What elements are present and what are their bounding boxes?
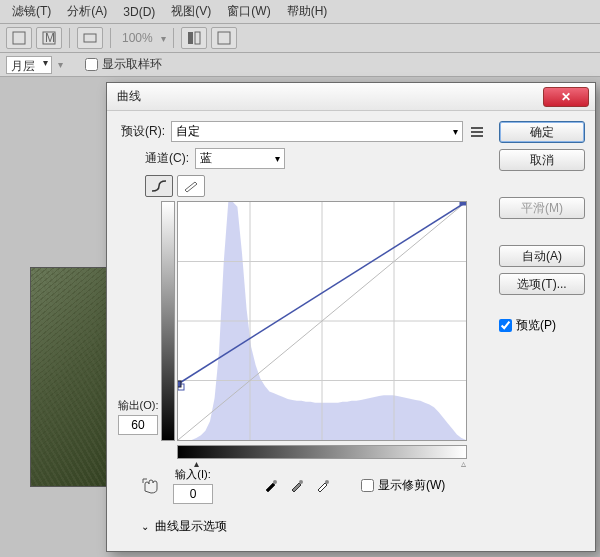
svg-rect-0 bbox=[13, 32, 25, 44]
smooth-button: 平滑(M) bbox=[499, 197, 585, 219]
cancel-button[interactable]: 取消 bbox=[499, 149, 585, 171]
white-point-eyedropper-icon[interactable] bbox=[315, 477, 333, 495]
svg-rect-6 bbox=[218, 32, 230, 44]
view-extras-icon[interactable] bbox=[77, 27, 103, 49]
preview-checkbox[interactable]: 预览(P) bbox=[499, 317, 585, 334]
input-label: 输入(I): bbox=[175, 467, 210, 482]
show-clipping-label: 显示修剪(W) bbox=[378, 477, 445, 494]
gray-point-eyedropper-icon[interactable] bbox=[289, 477, 307, 495]
output-gradient bbox=[161, 201, 175, 441]
point-curve-tool[interactable] bbox=[145, 175, 173, 197]
curves-dialog: 曲线 ✕ 预设(R): 自定▾ 通道(C): 蓝▾ bbox=[106, 82, 596, 552]
preset-dropdown[interactable]: 自定▾ bbox=[171, 121, 463, 142]
menu-help[interactable]: 帮助(H) bbox=[279, 3, 336, 20]
curves-graph[interactable] bbox=[177, 201, 467, 441]
options-bar: 月层 ▾ 显示取样环 bbox=[0, 53, 600, 77]
preview-label: 预览(P) bbox=[516, 317, 556, 334]
input-input[interactable] bbox=[173, 484, 213, 504]
black-point-eyedropper-icon[interactable] bbox=[263, 477, 281, 495]
channel-dropdown[interactable]: 蓝▾ bbox=[195, 148, 285, 169]
ok-button[interactable]: 确定 bbox=[499, 121, 585, 143]
curve-line[interactable] bbox=[178, 202, 466, 440]
preset-menu-icon[interactable] bbox=[469, 124, 485, 140]
launch-bridge-icon[interactable] bbox=[6, 27, 32, 49]
dialog-titlebar[interactable]: 曲线 ✕ bbox=[107, 83, 595, 111]
show-sampling-ring-checkbox[interactable]: 显示取样环 bbox=[85, 56, 162, 73]
pencil-curve-tool[interactable] bbox=[177, 175, 205, 197]
output-input[interactable] bbox=[118, 415, 158, 435]
options-button[interactable]: 选项(T)... bbox=[499, 273, 585, 295]
menu-analyze[interactable]: 分析(A) bbox=[59, 3, 115, 20]
menu-bar: 滤镜(T) 分析(A) 3D(D) 视图(V) 窗口(W) 帮助(H) bbox=[0, 0, 600, 24]
menu-3d[interactable]: 3D(D) bbox=[115, 5, 163, 19]
app-toolbar: Mb 100% ▾ bbox=[0, 24, 600, 53]
show-sampling-ring-label: 显示取样环 bbox=[102, 56, 162, 73]
channel-label: 通道(C): bbox=[145, 150, 189, 167]
svg-rect-4 bbox=[188, 32, 193, 44]
svg-rect-5 bbox=[195, 32, 200, 44]
launch-minibridge-icon[interactable]: Mb bbox=[36, 27, 62, 49]
svg-rect-3 bbox=[84, 34, 96, 42]
svg-point-19 bbox=[299, 480, 303, 484]
menu-window[interactable]: 窗口(W) bbox=[219, 3, 278, 20]
disclosure-icon[interactable]: ⌄ bbox=[141, 521, 149, 532]
input-gradient bbox=[177, 445, 467, 459]
menu-view[interactable]: 视图(V) bbox=[163, 3, 219, 20]
menu-filter[interactable]: 滤镜(T) bbox=[4, 3, 59, 20]
show-clipping-checkbox[interactable]: 显示修剪(W) bbox=[361, 477, 445, 494]
curve-display-options-label[interactable]: 曲线显示选项 bbox=[155, 518, 227, 535]
svg-point-20 bbox=[325, 480, 329, 484]
targeted-adjust-tool[interactable] bbox=[141, 477, 163, 495]
dialog-title: 曲线 bbox=[117, 88, 543, 105]
close-button[interactable]: ✕ bbox=[543, 87, 589, 107]
arrange-docs-icon[interactable] bbox=[181, 27, 207, 49]
preset-label: 预设(R): bbox=[121, 123, 165, 140]
svg-point-18 bbox=[273, 480, 277, 484]
screen-mode-icon[interactable] bbox=[211, 27, 237, 49]
zoom-level[interactable]: 100% bbox=[118, 31, 157, 45]
layer-dropdown[interactable]: 月层 bbox=[6, 56, 52, 74]
svg-text:Mb: Mb bbox=[45, 31, 56, 45]
svg-rect-17 bbox=[178, 381, 181, 387]
auto-button[interactable]: 自动(A) bbox=[499, 245, 585, 267]
output-label: 输出(O): bbox=[117, 398, 159, 413]
svg-rect-16 bbox=[460, 202, 466, 205]
